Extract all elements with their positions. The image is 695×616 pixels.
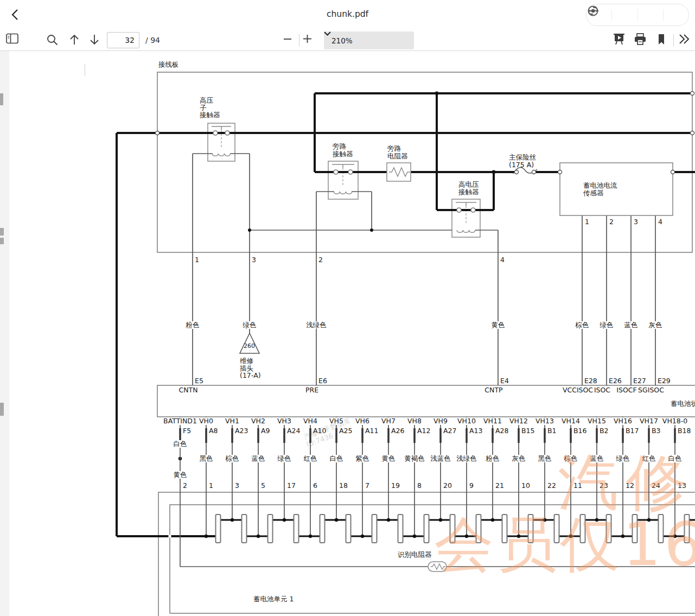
cell-wire-pin: A10 [313, 427, 326, 435]
cell-wire-color: 浅绿色 [456, 455, 477, 462]
cell-wire-vh: VH6 [355, 417, 370, 425]
terminal-wire-pin: E4 [500, 377, 509, 385]
cell-wire-num: 6 [313, 482, 317, 490]
terminal-wire-color: 绿色 [600, 321, 614, 329]
titlebar: chunk.pdf [0, 0, 695, 30]
cell-wire-num: 24 [652, 482, 660, 490]
terminal-wire-color: 绿色 [243, 321, 257, 329]
print-icon[interactable] [634, 33, 648, 47]
board-wire-num: 2 [318, 256, 323, 264]
cell-wire-color: 蓝色 [251, 455, 266, 462]
zoom-in-icon[interactable] [303, 34, 315, 46]
cell-wire-pin: A23 [235, 427, 248, 435]
pdf-viewer-window: 接线板 高压 子 接触器 旁路 接触器 旁路 电阻器 高电压 接触器 主保险丝 … [0, 0, 695, 616]
cell-wire-num: 19 [391, 482, 400, 490]
cell-wire-pin: F5 [183, 427, 191, 435]
cell-wire-color: 白色 [329, 455, 344, 462]
service-plug-number: 260 [244, 342, 255, 350]
sensor-pin-num: 1 [585, 218, 589, 226]
cell-wire-color: 白色 [668, 455, 683, 462]
cell-wire-color: 黑色 [538, 455, 552, 462]
cell-wire-vh: VH2 [251, 417, 266, 425]
terminal-wire-pin: E26 [609, 377, 622, 385]
cell-wires-and-battery-chain [180, 417, 695, 567]
cell-wire-pin: A11 [365, 427, 378, 435]
cell-wire-pin: A9 [261, 427, 270, 435]
page-panel-icon[interactable] [6, 33, 20, 47]
cell-wire-vh: VH15 [587, 417, 607, 425]
hv-contactor-label: 高电压 接触器 [458, 181, 479, 195]
cell-wire-color: 黄色 [381, 455, 396, 462]
window-controls-pill [586, 4, 689, 26]
cell-wire-num: 3 [235, 482, 239, 490]
cell-wire-pin: B2 [600, 427, 609, 435]
cell-wire-num: 23 [600, 482, 608, 490]
cell-wire-num: 10 [521, 482, 530, 490]
cell-wire-vh: VH16 [613, 417, 633, 425]
board-label: 接线板 [158, 61, 179, 68]
terminal-wire-pin: E27 [633, 377, 646, 385]
cell-wire-num: 2 [183, 482, 187, 490]
cell-wire-num: 17 [287, 482, 296, 490]
cell-wire-pin: B17 [626, 427, 639, 435]
cell-wire-pin: A27 [443, 427, 456, 435]
terminal-wire-color: 黄色 [491, 321, 506, 329]
cell-wire-pin: A25 [339, 427, 352, 435]
next-page-icon[interactable] [88, 33, 101, 47]
toolbar-divider [299, 34, 299, 46]
terminal-wire-name: ISOC [594, 386, 610, 394]
cell-wire-vh: VH8 [407, 417, 422, 425]
toolbar-divider [673, 34, 674, 46]
cell-wire-pin: B16 [573, 427, 586, 435]
cell-wire-color: 绿色 [277, 455, 292, 462]
terminal-wire-pin: E6 [318, 377, 327, 385]
board-wire-num: 4 [500, 256, 505, 264]
zoom-out-icon[interactable] [283, 35, 295, 46]
page-number-input[interactable] [107, 32, 139, 48]
restore-window-icon[interactable] [638, 4, 663, 26]
cell-wire-pin: A24 [287, 427, 300, 435]
previous-page-icon[interactable] [68, 33, 81, 47]
more-tools-icon[interactable] [677, 34, 691, 47]
presentation-icon[interactable] [613, 33, 627, 47]
service-plug-label: 维修 插头 (17-A) [240, 357, 261, 379]
cell-wire-color: 红色 [642, 455, 656, 462]
cell-wire-color2: 黄色 [173, 471, 188, 479]
search-icon[interactable] [46, 34, 59, 47]
pdf-toolbar: / 94 210% [0, 30, 695, 51]
terminal-wire-name: CNTP [484, 386, 502, 394]
cell-wire-color: 黄褐色 [404, 455, 425, 462]
terminal-wire-pin: E28 [584, 377, 597, 385]
cell-wire-vh: VH1 [225, 417, 240, 425]
cell-wire-color: 浅蓝色 [430, 455, 451, 462]
cell-wire-num: 1 [209, 482, 213, 490]
cell-wire-vh: VH12 [509, 417, 528, 425]
terminal-wire-pin: E5 [195, 377, 203, 385]
cell-wire-color: 紫色 [355, 455, 370, 462]
id-resistor-label: 识别电阻器 [398, 551, 432, 558]
cell-wire-vh: VH4 [303, 417, 318, 425]
cell-wire-color: 棕色 [225, 455, 240, 462]
cell-wire-num: 22 [547, 482, 556, 490]
toolbar-divider [85, 64, 85, 76]
cell-wire-color: 红色 [303, 455, 318, 462]
sensor-pin-num: 2 [609, 218, 614, 226]
terminal-wire-name: SGISOC [638, 386, 664, 394]
save-bookmark-icon[interactable] [655, 33, 668, 47]
cell-wire-num: 8 [417, 482, 422, 490]
cell-wire-pin: A12 [417, 427, 430, 435]
cell-wire-num: 9 [469, 482, 474, 490]
cell-wire-color: 黑色 [199, 455, 214, 462]
chevron-down-icon [324, 31, 331, 36]
wiring-diagram [0, 0, 695, 616]
terminal-wire-name: ISOCF [616, 386, 636, 394]
cell-wire-pin: A26 [391, 427, 404, 435]
cell-wire-color: 蓝色 [590, 455, 604, 462]
zoom-select[interactable]: 210% [324, 31, 414, 49]
minimize-icon[interactable] [612, 4, 637, 26]
page-total: / 94 [145, 36, 160, 45]
terminal-wire-pin: E29 [658, 377, 671, 385]
terminal-wire-color: 灰色 [648, 321, 663, 329]
cell-wire-vh: BATTIND1 [163, 417, 197, 425]
record-target-icon[interactable] [664, 4, 688, 26]
